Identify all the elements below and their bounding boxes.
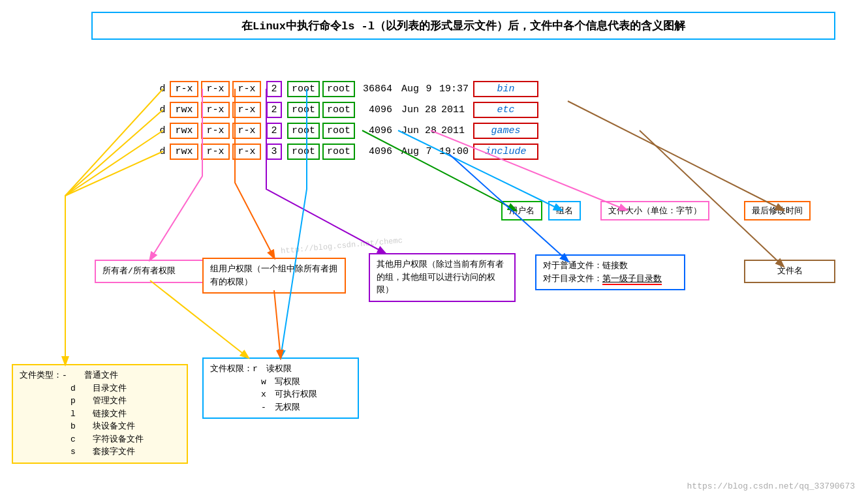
filetype-label: 文件类型：- 普通文件 d 目录文件 p 管理文件 l 链接文件 b 块设备文件… <box>12 364 188 464</box>
month-1: Aug <box>399 82 421 96</box>
perm1-2: rwx <box>170 102 198 118</box>
day-1: 9 <box>422 82 435 96</box>
links-label-text: 对于普通文件：链接数对于目录文件：第一级子目录数 <box>543 261 662 285</box>
size-2: 4096 <box>359 103 395 117</box>
month-3: Jun <box>399 124 421 138</box>
name-2: etc <box>473 102 538 118</box>
month-2: Jun <box>399 103 421 117</box>
month-4: Aug <box>399 145 421 159</box>
group-2: root <box>322 102 355 118</box>
links-label: 对于普通文件：链接数对于目录文件：第一级子目录数 <box>535 254 685 290</box>
perm2-3: r-x <box>201 123 230 139</box>
perm1-4: rwx <box>170 144 198 160</box>
name-4: include <box>473 144 538 160</box>
size-4: 4096 <box>359 145 395 159</box>
type-3: d <box>157 124 168 138</box>
filetype-text: 文件类型：- 普通文件 d 目录文件 p 管理文件 l 链接文件 b 块设备文件… <box>20 371 144 457</box>
perm3-1: r-x <box>232 81 261 97</box>
perm3-3: r-x <box>232 123 261 139</box>
time-1: 19:37 <box>437 82 469 96</box>
filename-label: 文件名 <box>744 260 835 283</box>
links-3: 2 <box>266 123 282 139</box>
svg-line-4 <box>640 130 783 266</box>
time-3: 2011 <box>437 124 469 138</box>
user-2: root <box>287 102 320 118</box>
size-1: 36864 <box>359 82 395 96</box>
user-3: root <box>287 123 320 139</box>
file-table: d r-x r-x r-x 2 root root 36864 Aug 9 19… <box>157 78 541 162</box>
type-1: d <box>157 82 168 96</box>
perm2-1: r-x <box>201 81 230 97</box>
perm2-4: r-x <box>201 144 230 160</box>
user-1: root <box>287 81 320 97</box>
fileperms-label: 文件权限：r 读权限 w 写权限 x 可执行权限 - 无权限 <box>202 357 359 419</box>
perm1-3: rwx <box>170 123 198 139</box>
user-4: root <box>287 144 320 160</box>
filesize-label: 文件大小（单位：字节） <box>600 201 709 220</box>
perm1-1: r-x <box>170 81 198 97</box>
fileperms-text: 文件权限：r 读权限 w 写权限 x 可执行权限 - 无权限 <box>210 364 317 412</box>
main-title: 在Linux中执行命令ls -l（以列表的形式显示文件）后，文件中各个信息代表的… <box>91 12 835 40</box>
modtime-label: 最后修改时间 <box>744 201 811 220</box>
perm3-2: r-x <box>232 102 261 118</box>
links-4: 3 <box>266 144 282 160</box>
group-3: root <box>322 123 355 139</box>
perm2-2: r-x <box>201 102 230 118</box>
links-2: 2 <box>266 102 282 118</box>
group-perm-label: 组用户权限（一个组中除所有者拥有的权限） <box>202 258 346 294</box>
day-3: 28 <box>422 124 435 138</box>
file-row-1: d r-x r-x r-x 2 root root 36864 Aug 9 19… <box>157 78 541 99</box>
svg-line-7 <box>274 290 281 357</box>
group-1: root <box>322 81 355 97</box>
file-row-2: d rwx r-x r-x 2 root root 4096 Jun 28 20… <box>157 99 541 120</box>
type-4: d <box>157 145 168 159</box>
size-3: 4096 <box>359 124 395 138</box>
time-2: 2011 <box>437 103 469 117</box>
file-row-4: d rwx r-x r-x 3 root root 4096 Aug 7 19:… <box>157 141 541 162</box>
owner-label: 所有者/所有者权限 <box>95 260 209 283</box>
name-3: games <box>473 123 538 139</box>
group-4: root <box>322 144 355 160</box>
groupname-label: 组名 <box>548 201 581 220</box>
other-perm-label: 其他用户权限（除过当前有所有者的组，其他组可以进行访问的权限） <box>369 253 516 302</box>
time-4: 19:00 <box>437 145 469 159</box>
day-4: 7 <box>422 145 435 159</box>
perm3-4: r-x <box>232 144 261 160</box>
file-row-3: d rwx r-x r-x 2 root root 4096 Jun 28 20… <box>157 120 541 141</box>
day-2: 28 <box>422 103 435 117</box>
svg-line-3 <box>568 101 783 210</box>
name-1: bin <box>473 81 538 97</box>
links-1: 2 <box>266 81 282 97</box>
username-label: 用户名 <box>501 201 542 220</box>
type-2: d <box>157 103 168 117</box>
watermark: https://blog.csdn.net/qq_33790673 <box>687 481 855 491</box>
